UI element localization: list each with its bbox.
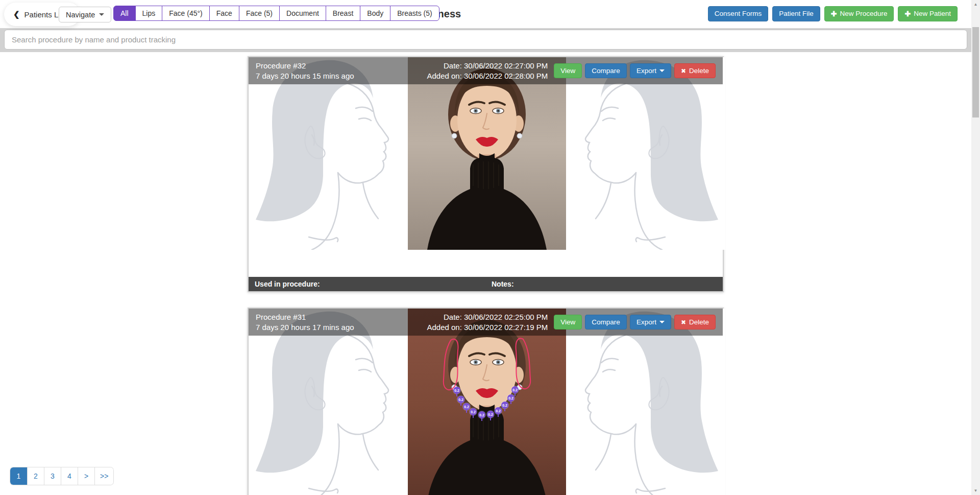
filter-tabs: All Lips Face (45°) Face Face (5) Docume… [113,6,439,21]
patient-file-label: Patient File [779,10,814,17]
injection-marker: 0.2 [507,394,514,402]
tab-breasts-5[interactable]: Breasts (5) [390,6,439,21]
page-next[interactable]: > [78,467,94,485]
card-32-header: Procedure #32 7 days 20 hours 15 mins ag… [249,57,723,84]
injection-marker: 0.2 [501,402,508,409]
card-31-buttons: View Compare Export ✖ Delete [554,315,716,330]
card-31-dates: Date: 30/06/2022 02:25:00 PM Added on: 3… [427,313,548,332]
view-button[interactable]: View [554,63,582,79]
tab-face-45[interactable]: Face (45°) [162,6,210,21]
page-4[interactable]: 4 [61,467,78,485]
page-2[interactable]: 2 [27,467,44,485]
procedure-date: Date: 30/06/2022 02:27:00 PM [427,61,548,70]
caret-down-icon [659,69,665,72]
procedure-card-31: 0.20.20.20.20.20.20.20.20.20.2 Procedure… [248,308,724,495]
procedure-title: Procedure #32 [256,61,427,70]
new-patient-label: New Patient [914,10,951,17]
tab-face-5[interactable]: Face (5) [239,6,280,21]
navigate-label: Navigate [66,11,95,19]
page-1[interactable]: 1 [10,467,27,485]
scrollbar-thumb[interactable] [972,27,979,117]
caret-down-icon [99,13,104,16]
view-button[interactable]: View [554,315,582,330]
profile-silhouette-right [566,309,725,495]
tab-document[interactable]: Document [279,6,326,21]
profile-silhouette-left [249,309,408,495]
procedure-added-on: Added on: 30/06/2022 02:28:00 PM [427,72,548,80]
procedure-31-photo[interactable]: 0.20.20.20.20.20.20.20.20.20.2 [408,309,566,495]
page-last[interactable]: >> [94,467,113,485]
injection-marker: 0.2 [457,396,464,403]
patient-portrait-image [408,57,566,250]
card-32-body [249,57,723,291]
tab-face[interactable]: Face [209,6,239,21]
profile-silhouette-right [566,57,725,250]
profile-silhouette-left [249,57,408,250]
injection-marker: 0.2 [487,411,494,418]
injection-marker: 0.2 [478,411,485,418]
injection-marker: 0.2 [453,387,460,394]
x-icon: ✖ [681,319,686,325]
card-32-buttons: View Compare Export ✖ Delete [554,63,716,79]
compare-button[interactable]: Compare [585,315,627,330]
procedure-title: Procedure #31 [256,313,427,321]
chevron-left-icon: ❮ [13,10,20,19]
procedure-card-32: Procedure #32 7 days 20 hours 15 mins ag… [248,56,724,292]
tab-breast[interactable]: Breast [326,6,360,21]
injection-marker: 0.2 [470,408,477,415]
scroll-up-icon[interactable]: ▲ [971,0,980,9]
navigate-dropdown[interactable]: Navigate [59,7,111,22]
new-patient-button[interactable]: ✚ New Patient [898,6,958,21]
delete-button[interactable]: ✖ Delete [674,315,716,330]
tab-all[interactable]: All [113,6,136,21]
scroll-down-icon[interactable]: ▼ [971,486,980,495]
search-strip [0,28,971,52]
top-action-buttons: Consent Forms Patient File ✚ New Procedu… [708,6,958,21]
plus-icon: ✚ [904,10,911,17]
procedure-date: Date: 30/06/2022 02:25:00 PM [427,313,548,321]
pagination: 1 2 3 4 > >> [10,467,113,485]
compare-button[interactable]: Compare [585,63,627,79]
card-32-info: Procedure #32 7 days 20 hours 15 mins ag… [256,61,427,80]
procedure-32-photo[interactable] [408,57,566,250]
top-navbar: ❮ Patients List Navigate All Lips Face (… [0,0,971,28]
caret-down-icon [659,321,665,323]
injection-marker: 0.2 [463,403,470,410]
tab-body[interactable]: Body [360,6,390,21]
page-3[interactable]: 3 [44,467,61,485]
card-31-body: 0.20.20.20.20.20.20.20.20.20.2 [249,309,723,495]
left-cheek-outline [444,339,458,390]
tab-lips[interactable]: Lips [135,6,163,21]
injection-marker: 0.2 [511,386,519,393]
annotation-regions [408,309,566,495]
procedure-time-ago: 7 days 20 hours 15 mins ago [256,72,427,80]
procedure-added-on: Added on: 30/06/2022 02:27:19 PM [427,323,548,332]
notes-label: Notes: [492,280,723,288]
card-31-info: Procedure #31 7 days 20 hours 17 mins ag… [256,313,427,332]
patient-file-button[interactable]: Patient File [772,6,820,21]
export-dropdown-button[interactable]: Export [630,315,671,330]
new-procedure-button[interactable]: ✚ New Procedure [824,6,894,21]
right-cheek-outline [516,338,531,389]
export-dropdown-button[interactable]: Export [630,63,671,79]
search-input[interactable] [4,30,967,50]
x-icon: ✖ [681,68,686,74]
card-32-dates: Date: 30/06/2022 02:27:00 PM Added on: 3… [427,61,548,80]
injection-marker: 0.2 [495,407,502,414]
delete-button[interactable]: ✖ Delete [674,63,716,79]
new-procedure-label: New Procedure [840,10,887,17]
card-31-header: Procedure #31 7 days 20 hours 17 mins ag… [249,309,723,336]
vertical-scrollbar[interactable]: ▲ ▼ [971,0,980,495]
plus-icon: ✚ [831,10,837,17]
procedure-time-ago: 7 days 20 hours 17 mins ago [256,323,427,332]
annotation-layer: 0.20.20.20.20.20.20.20.20.20.2 [408,309,566,495]
consent-forms-label: Consent Forms [715,10,762,17]
used-in-procedure-label: Used in procedure: [249,280,492,288]
card-32-footer: Used in procedure: Notes: [249,277,723,291]
consent-forms-button[interactable]: Consent Forms [708,6,768,21]
